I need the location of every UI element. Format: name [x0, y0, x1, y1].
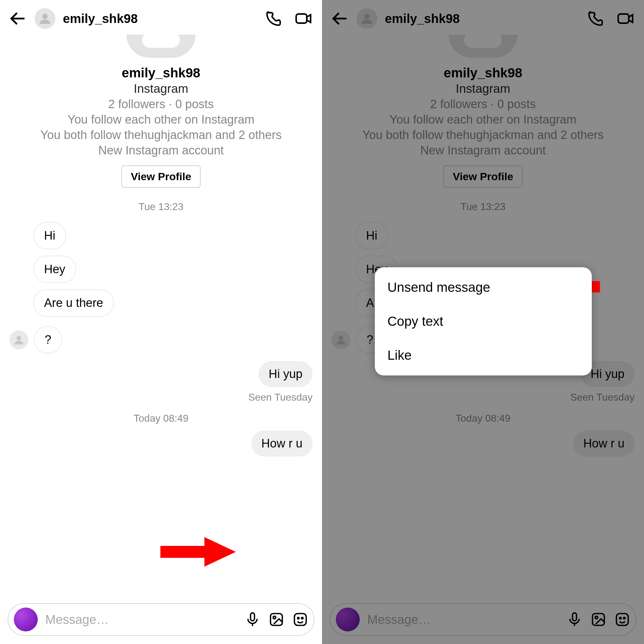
outgoing-message[interactable]: How r u	[251, 430, 313, 457]
incoming-message[interactable]: Hey	[33, 256, 76, 283]
incoming-message[interactable]: Hi	[355, 222, 388, 249]
message-input[interactable]: Message…	[367, 613, 559, 627]
svg-point-11	[297, 617, 299, 619]
profile-username: emily_shk98	[328, 65, 638, 81]
incoming-message[interactable]: ?	[34, 326, 62, 353]
svg-point-23	[624, 617, 625, 619]
sender-avatar[interactable]	[9, 330, 28, 349]
svg-point-16	[339, 336, 343, 340]
incoming-message[interactable]: Hi	[33, 222, 66, 249]
svg-rect-15	[618, 14, 629, 23]
chat-header: emily_shk98	[322, 0, 644, 35]
profile-relation: You follow each other on Instagram	[6, 113, 316, 126]
profile-avatar[interactable]	[126, 35, 196, 58]
seen-status: Seen Tuesday	[9, 391, 313, 403]
profile-mutual: You both follow thehughjackman and 2 oth…	[6, 128, 316, 142]
chat-header: emily_shk98	[0, 0, 322, 35]
mic-icon[interactable]	[567, 612, 582, 627]
svg-marker-5	[204, 537, 236, 567]
copy-text-option[interactable]: Copy text	[375, 304, 592, 338]
profile-relation: You follow each other on Instagram	[328, 113, 638, 126]
profile-stats: 2 followers · 0 posts	[328, 97, 638, 111]
svg-rect-21	[616, 613, 628, 625]
video-call-icon[interactable]	[294, 9, 313, 28]
svg-rect-2	[296, 14, 307, 23]
audio-call-icon[interactable]	[586, 9, 605, 28]
timestamp-separator: Today 08:49	[331, 413, 635, 424]
camera-button[interactable]	[14, 608, 38, 631]
message-context-menu: Unsend message Copy text Like	[375, 267, 592, 375]
svg-rect-6	[251, 613, 255, 621]
svg-point-14	[364, 14, 370, 19]
audio-call-icon[interactable]	[264, 9, 283, 28]
svg-rect-17	[573, 613, 577, 621]
timestamp-separator: Tue 13:23	[0, 201, 322, 213]
message-input[interactable]: Message…	[45, 613, 237, 627]
svg-point-12	[302, 617, 303, 619]
back-button[interactable]	[331, 9, 349, 28]
profile-stats: 2 followers · 0 posts	[6, 97, 316, 111]
gallery-icon[interactable]	[269, 612, 284, 627]
timestamp-separator: Today 08:49	[9, 413, 313, 424]
timestamp-separator: Tue 13:23	[322, 201, 644, 213]
message-composer: Message…	[330, 603, 636, 636]
svg-rect-4	[160, 546, 204, 558]
svg-point-9	[273, 616, 276, 619]
view-profile-button[interactable]: View Profile	[443, 165, 523, 188]
back-button[interactable]	[9, 9, 27, 28]
profile-summary: emily_shk98 Instagram 2 followers · 0 po…	[0, 35, 322, 192]
camera-button[interactable]	[336, 608, 360, 631]
profile-note: New Instagram account	[328, 144, 638, 157]
like-option[interactable]: Like	[375, 338, 592, 372]
screenshot-left: emily_shk98 emily_shk98 Instagram 2 foll…	[0, 0, 322, 644]
header-username[interactable]: emily_shk98	[63, 12, 257, 26]
svg-rect-19	[592, 613, 604, 625]
incoming-message[interactable]: Are u there	[33, 289, 114, 317]
profile-note: New Instagram account	[6, 144, 316, 157]
video-call-icon[interactable]	[616, 9, 635, 28]
sticker-icon[interactable]	[614, 612, 630, 627]
profile-platform: Instagram	[6, 82, 316, 96]
header-avatar[interactable]	[357, 8, 377, 29]
svg-point-1	[42, 14, 48, 19]
mic-icon[interactable]	[245, 612, 260, 627]
profile-summary: emily_shk98 Instagram 2 followers · 0 po…	[322, 35, 644, 192]
message-composer: Message…	[8, 603, 314, 636]
unsend-message-option[interactable]: Unsend message	[375, 270, 592, 304]
screenshot-right: emily_shk98 emily_shk98 Instagram 2 foll…	[322, 0, 644, 644]
profile-avatar[interactable]	[448, 35, 518, 58]
profile-platform: Instagram	[328, 82, 638, 96]
annotation-arrow	[160, 535, 239, 569]
sender-avatar[interactable]	[331, 330, 350, 349]
sticker-icon[interactable]	[292, 612, 308, 627]
svg-point-20	[595, 616, 598, 619]
svg-point-22	[619, 617, 621, 619]
svg-point-3	[17, 336, 21, 340]
gallery-icon[interactable]	[591, 612, 606, 627]
header-avatar[interactable]	[35, 8, 55, 29]
profile-mutual: You both follow thehughjackman and 2 oth…	[328, 128, 638, 142]
svg-rect-10	[294, 613, 306, 625]
outgoing-message[interactable]: Hi yup	[258, 361, 313, 387]
header-username[interactable]: emily_shk98	[385, 12, 579, 26]
seen-status: Seen Tuesday	[331, 391, 635, 403]
profile-username: emily_shk98	[6, 65, 316, 81]
view-profile-button[interactable]: View Profile	[121, 165, 201, 188]
outgoing-message[interactable]: How r u	[573, 430, 635, 457]
